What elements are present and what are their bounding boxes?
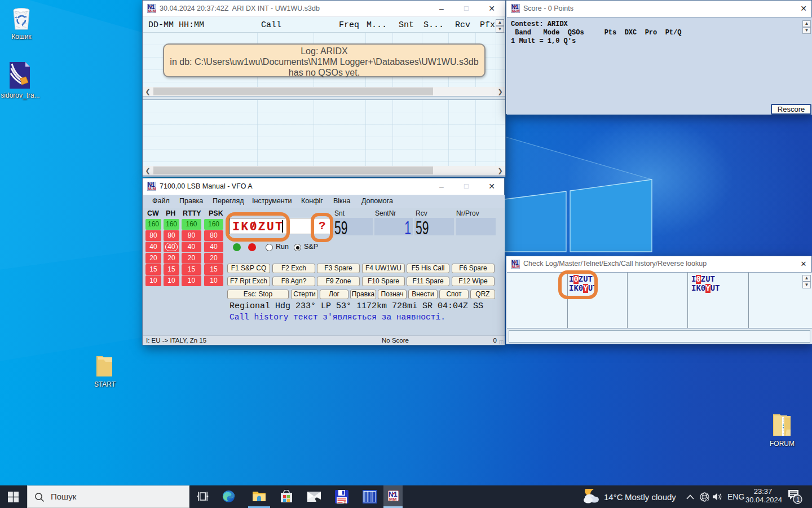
svg-text:MM: MM [389,497,397,502]
svg-text:M-M: M-M [512,265,520,269]
svg-text:31: 31 [344,501,347,503]
svg-text:1: 1 [796,496,800,503]
svg-text:M-M: M-M [148,187,156,191]
svg-text:M-M: M-M [148,9,156,13]
svg-text:M-M: M-M [512,9,520,13]
